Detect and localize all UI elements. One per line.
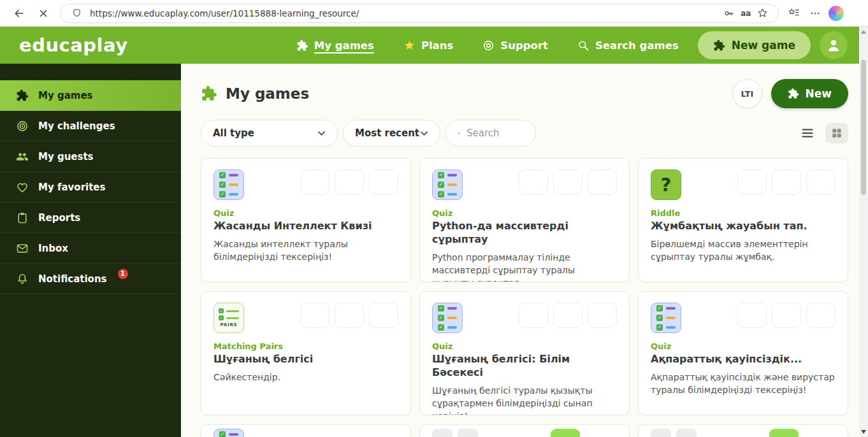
read-aloud-icon[interactable]: aa bbox=[737, 5, 754, 22]
type-filter-dropdown[interactable]: All type bbox=[201, 120, 338, 147]
nav-plans[interactable]: Plans bbox=[403, 39, 453, 52]
page-scrollbar[interactable] bbox=[859, 27, 868, 437]
game-type-label: Quiz bbox=[432, 341, 617, 351]
game-description: Ақпараттық қауіпсіздік және вирустар тур… bbox=[651, 371, 835, 397]
person-icon bbox=[825, 37, 842, 54]
support-ring-icon bbox=[482, 39, 495, 52]
game-description: Сәйкестендір. bbox=[213, 371, 398, 383]
game-title[interactable]: Шұғаның белгісі: Білім Бәсекесі bbox=[432, 353, 617, 380]
nav-label: My games bbox=[314, 39, 374, 52]
game-type-label: Riddle bbox=[651, 208, 835, 218]
stat-placeholder bbox=[588, 303, 617, 328]
sidebar-item-label: Notifications bbox=[38, 273, 107, 285]
nav-my-games[interactable]: My games bbox=[296, 39, 374, 52]
stat-placeholder bbox=[737, 169, 767, 195]
new-button-label: New bbox=[806, 87, 832, 100]
nav-search-games[interactable]: Search games bbox=[577, 39, 679, 52]
sidebar-item-my-favorites[interactable]: My favorites bbox=[0, 172, 181, 203]
puzzle-icon bbox=[296, 39, 308, 52]
sidebar: My games My challenges My guests My favo… bbox=[0, 64, 181, 437]
main-header: My games LTI New bbox=[201, 79, 848, 108]
sidebar-item-my-challenges[interactable]: My challenges bbox=[0, 111, 181, 141]
scrollbar-thumb[interactable] bbox=[861, 60, 866, 195]
site-info-icon[interactable] bbox=[68, 5, 85, 22]
educaplay-logo[interactable]: educaplay bbox=[19, 34, 128, 56]
back-button[interactable] bbox=[9, 3, 29, 24]
bookmark-star-icon[interactable] bbox=[754, 5, 770, 22]
password-key-icon[interactable] bbox=[721, 5, 737, 22]
stat-placeholder bbox=[369, 303, 398, 328]
game-type-label: Quiz bbox=[213, 208, 398, 218]
favorites-bar-icon[interactable] bbox=[785, 5, 802, 22]
copilot-icon[interactable] bbox=[828, 6, 844, 21]
game-title[interactable]: Ақпараттық қауіпсіздік... bbox=[651, 353, 835, 366]
new-game-button[interactable]: New game bbox=[698, 31, 811, 59]
game-description: Шұғаның белгісі туралы қызықты сұрақтарм… bbox=[432, 384, 617, 415]
game-title[interactable]: Жұмбақтың жауабын тап. bbox=[651, 220, 835, 233]
back-arrow-icon bbox=[13, 7, 25, 20]
sidebar-item-reports[interactable]: Reports bbox=[0, 203, 181, 233]
stat-placeholder bbox=[588, 169, 617, 195]
grid-view-button[interactable] bbox=[825, 123, 848, 143]
url-text[interactable]: https://www.educaplay.com/user/10115888-… bbox=[90, 8, 721, 18]
sidebar-item-inbox[interactable]: Inbox bbox=[0, 233, 181, 264]
stop-button[interactable] bbox=[33, 3, 54, 24]
game-card-partial[interactable] bbox=[638, 424, 848, 437]
new-button[interactable]: New bbox=[771, 79, 848, 108]
lti-button[interactable]: LTI bbox=[733, 79, 762, 108]
stat-placeholder bbox=[553, 169, 582, 195]
chevron-down-icon bbox=[420, 131, 428, 136]
sidebar-item-my-guests[interactable]: My guests bbox=[0, 141, 181, 172]
quiz-icon bbox=[432, 303, 463, 333]
top-navigation: My games Plans Support Search games bbox=[296, 39, 679, 52]
game-type-label: Quiz bbox=[432, 208, 617, 218]
notification-badge: 1 bbox=[118, 269, 128, 279]
browser-menu-icon[interactable] bbox=[807, 5, 823, 22]
quiz-icon bbox=[213, 169, 244, 200]
puzzle-plus-icon bbox=[713, 39, 725, 52]
sort-dropdown[interactable]: Most recent bbox=[343, 120, 440, 147]
stat-placeholder bbox=[772, 303, 801, 328]
game-card[interactable]: Quiz Ақпараттық қауіпсіздік... Ақпаратты… bbox=[638, 291, 848, 415]
puzzle-plus-icon bbox=[788, 88, 799, 99]
game-card[interactable]: PAIRS Matching Pairs Шұғаның белгісі Сәй… bbox=[201, 291, 411, 415]
user-avatar[interactable] bbox=[820, 31, 848, 59]
address-bar[interactable]: https://www.educaplay.com/user/10115888-… bbox=[60, 4, 779, 23]
game-card[interactable]: ? Riddle Жұмбақтың жауабын тап. Бірөлшем… bbox=[638, 158, 848, 282]
loading-placeholder bbox=[676, 429, 697, 437]
stat-placeholder bbox=[335, 303, 364, 328]
stat-placeholder bbox=[553, 303, 582, 328]
list-view-button[interactable] bbox=[796, 123, 819, 143]
view-toggles bbox=[796, 123, 848, 143]
game-title[interactable]: Python-да массивтерді сұрыптау bbox=[432, 220, 617, 247]
game-card-partial[interactable] bbox=[419, 424, 630, 437]
scroll-up-arrow-icon[interactable] bbox=[861, 30, 866, 34]
search-input[interactable] bbox=[467, 127, 524, 139]
type-filter-value: All type bbox=[213, 127, 254, 139]
game-title[interactable]: Жасанды Интеллект Квизі bbox=[213, 220, 398, 233]
sidebar-item-label: My favorites bbox=[38, 182, 105, 193]
loading-placeholder bbox=[651, 429, 671, 437]
nav-support[interactable]: Support bbox=[482, 39, 548, 52]
game-card[interactable]: Quiz Жасанды Интеллект Квизі Жасанды инт… bbox=[201, 158, 411, 282]
sidebar-item-my-games[interactable]: My games bbox=[0, 80, 181, 111]
riddle-question-glyph: ? bbox=[661, 174, 672, 196]
game-card-partial[interactable] bbox=[201, 424, 411, 437]
sort-value: Most recent bbox=[355, 127, 419, 139]
clipboard-icon bbox=[16, 211, 29, 224]
game-description: Жасанды интеллект туралы білімдеріңізді … bbox=[213, 238, 398, 264]
game-description: Python программалау тілінде массивтерді … bbox=[432, 251, 617, 282]
game-title[interactable]: Шұғаның белгісі bbox=[213, 353, 398, 366]
scroll-down-arrow-icon[interactable] bbox=[861, 430, 866, 434]
loading-placeholder bbox=[769, 429, 799, 437]
puzzle-icon bbox=[201, 85, 217, 102]
filter-row: All type Most recent bbox=[201, 120, 848, 147]
puzzle-icon bbox=[16, 89, 29, 102]
stat-placeholder bbox=[519, 303, 548, 328]
stat-placeholder bbox=[300, 303, 329, 328]
sidebar-item-notifications[interactable]: Notifications 1 bbox=[0, 264, 181, 294]
game-card[interactable]: Quiz Шұғаның белгісі: Білім Бәсекесі Шұғ… bbox=[419, 291, 630, 415]
search-box[interactable] bbox=[445, 120, 536, 147]
game-card[interactable]: Quiz Python-да массивтерді сұрыптау Pyth… bbox=[419, 158, 630, 282]
stat-placeholder bbox=[772, 169, 801, 195]
